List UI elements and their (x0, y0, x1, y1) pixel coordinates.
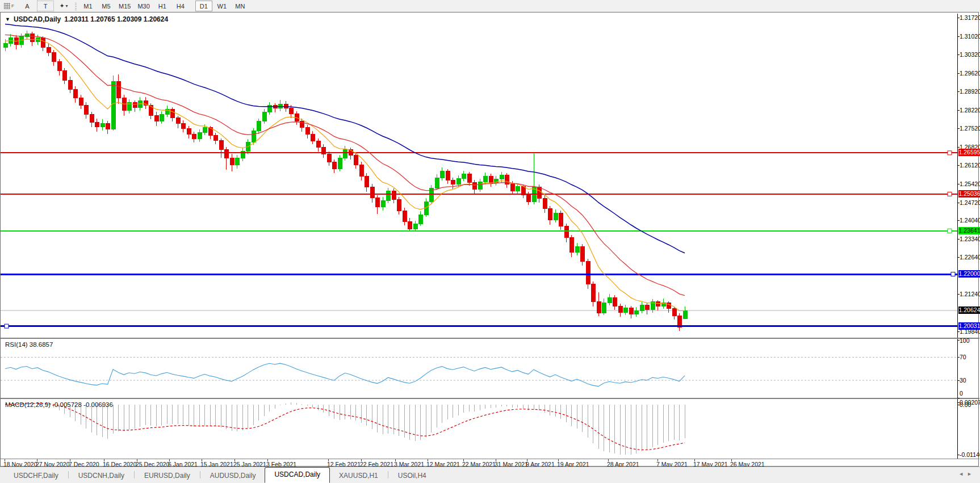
rsi-tick-label: 70 (960, 354, 980, 360)
drawing-tools-button[interactable]: ✦▾ (55, 1, 72, 11)
tab-eurusd-daily[interactable]: EURUSD,Daily (135, 469, 199, 483)
candles-layer (3, 31, 687, 331)
tab-separator (388, 471, 388, 478)
tab-separator (134, 471, 135, 478)
dropdown-caret-icon: ▾ (66, 3, 68, 9)
timeframe-m30-button[interactable]: M30 (135, 1, 152, 11)
main-chart (1, 14, 980, 338)
rsi-panel (1, 339, 980, 398)
panel-separator (1, 459, 979, 459)
toolbar-drag-handle[interactable] (75, 2, 77, 10)
timeframe-mn-button[interactable]: MN (232, 1, 249, 11)
timeframe-d1-button[interactable]: D1 (195, 1, 212, 11)
hline-handle-1.22000[interactable] (951, 272, 955, 276)
price-level-badge: 1.22000 (958, 270, 980, 278)
tabs-scroll-left-icon[interactable]: ◄ (958, 471, 967, 477)
tool-label: ✦ (59, 2, 64, 10)
rsi-tick-label: 30 (960, 377, 980, 384)
price-level-badge: 1.20031 (958, 322, 980, 330)
price-level-badge: 1.25036 (958, 190, 980, 198)
tabbar-scroll-arrows: ◄► (958, 471, 975, 477)
timeframe-m15-button[interactable]: M15 (116, 1, 133, 11)
tab-audusd-daily[interactable]: AUDUSD,Daily (201, 469, 265, 483)
current-price-badge: 1.20624 (958, 306, 980, 314)
price-tick-label: 1.24040 (960, 217, 980, 224)
top-toolbar: FAT✦▾ M1M5M15M30H1H4D1W1MN (0, 0, 980, 12)
ma-slow-blue (5, 24, 685, 253)
price-level-badge: 1.26595 (958, 149, 980, 156)
price-tick-label: 1.29620 (960, 70, 980, 77)
macd-panel (1, 399, 980, 459)
tab-usdchf-daily[interactable]: USDCHF,Daily (5, 469, 68, 483)
tool-label: T (44, 3, 48, 10)
hline-handle-1.23641[interactable] (948, 229, 952, 233)
timeframe-toolbar: M1M5M15M30H1H4D1W1MN (79, 1, 249, 11)
price-tick-label: 1.31720 (960, 14, 980, 21)
price-tick-label: 1.31020 (960, 33, 980, 40)
rsi-tick (957, 398, 960, 398)
drawing-toolbar: FAT✦▾ (0, 1, 73, 11)
price-tick-label: 1.30320 (960, 51, 980, 58)
macd-label: MACD(12,26,9) -0.005728 -0.006936 (5, 401, 113, 408)
price-tick-label: 1.24720 (960, 199, 980, 206)
price-level-badge: 1.23641 (958, 227, 980, 234)
tab-usoil-h4[interactable]: USOil,H4 (389, 469, 435, 483)
timeframe-h4-button[interactable]: H4 (172, 1, 189, 11)
ma-fast-orange (5, 39, 685, 311)
tab-usdcad-daily[interactable]: USDCAD,Daily (265, 467, 330, 483)
chart-collapse-icon[interactable]: ▼ (5, 16, 10, 22)
rsi-label: RSI(14) 38.6857 (5, 341, 53, 348)
chart-symbol-label: USDCAD,Daily (14, 15, 61, 23)
rsi-tick-label: 100 (960, 337, 980, 344)
text-a-tool-button[interactable]: A (19, 1, 36, 11)
grid-tool-button[interactable]: F (1, 1, 18, 11)
price-tick-label: 1.28920 (960, 88, 980, 95)
hline-handle-1.20031[interactable] (5, 324, 9, 328)
price-tick-label: 1.28220 (960, 107, 980, 114)
tool-label: A (25, 3, 29, 10)
timeframe-w1-button[interactable]: W1 (213, 1, 231, 11)
tab-xauusd-h1[interactable]: XAUUSD,H1 (330, 469, 387, 483)
grid-tool-icon (4, 3, 10, 9)
text-t-tool-button[interactable]: T (37, 1, 54, 11)
chart-tabbar: USDCHF,DailyUSDCNH,DailyEURUSD,DailyAUDU… (0, 467, 980, 483)
price-tick-label: 1.22640 (960, 254, 980, 261)
price-tick-label: 1.23340 (960, 236, 980, 242)
price-tick-label: 1.21240 (960, 291, 980, 297)
chart-ohlc-values: 1.20311 1.20765 1.20309 1.20624 (64, 15, 168, 23)
tab-separator (200, 471, 200, 478)
price-tick-label: 1.25420 (960, 180, 980, 187)
timeframe-m5-button[interactable]: M5 (98, 1, 115, 11)
price-tick-label: 1.26120 (960, 162, 980, 169)
hline-handle-1.25036[interactable] (948, 192, 952, 196)
chart-title: ▼ USDCAD,Daily 1.20311 1.20765 1.20309 1… (5, 15, 168, 23)
chart-window: ▼ USDCAD,Daily 1.20311 1.20765 1.20309 1… (0, 12, 979, 467)
timeframe-h1-button[interactable]: H1 (154, 1, 171, 11)
tab-separator (68, 471, 69, 478)
tabs-scroll-right-icon[interactable]: ► (967, 471, 975, 477)
rsi-line (5, 363, 685, 387)
rsi-tick-label: 0 (960, 390, 980, 397)
macd-tick-label: -0.011462 (960, 451, 980, 458)
timeframe-m1-button[interactable]: M1 (79, 1, 97, 11)
grid-tool-label: F (11, 3, 14, 9)
tab-usdcnh-daily[interactable]: USDCNH,Daily (69, 469, 133, 483)
price-tick-label: 1.27520 (960, 125, 980, 132)
trading-terminal: FAT✦▾ M1M5M15M30H1H4D1W1MN ▼ USDCAD,Dail… (0, 0, 980, 483)
macd-tick-label: 0.00 (960, 401, 980, 408)
hline-handle-1.26595[interactable] (948, 151, 952, 155)
